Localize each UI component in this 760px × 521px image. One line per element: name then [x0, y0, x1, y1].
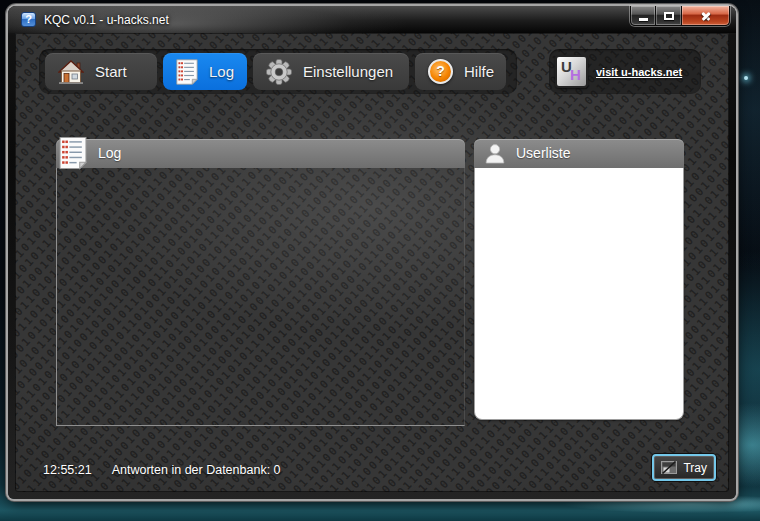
visit-link-label: visit u-hacks.net: [596, 66, 682, 78]
maximize-button[interactable]: [656, 6, 682, 26]
toolbar: Start Log: [39, 49, 517, 94]
question-mark-icon: [428, 59, 453, 84]
einstellungen-button-label: Einstellungen: [303, 63, 393, 80]
hilfe-button-label: Hilfe: [464, 63, 494, 80]
userlist-panel-title: Userliste: [516, 145, 570, 161]
log-panel-header: Log: [56, 139, 465, 168]
maximize-icon: [664, 12, 674, 20]
start-button-label: Start: [95, 63, 127, 80]
client-area: 1010110100101101011010010101101001011010…: [15, 33, 729, 492]
log-content-area: [56, 168, 465, 426]
gear-icon: [266, 59, 292, 85]
close-icon: [700, 10, 712, 22]
log-panel: Log: [56, 139, 465, 426]
log-panel-title: Log: [98, 145, 121, 161]
u-hacks-logo-icon: [555, 55, 588, 88]
einstellungen-button[interactable]: Einstellungen: [253, 53, 409, 90]
userlist-panel: Userliste: [474, 139, 684, 420]
log-tab-button[interactable]: Log: [163, 53, 247, 90]
statusbar: 12:55:21 Antworten in der Datenbank: 0: [43, 463, 281, 477]
titlebar[interactable]: KQC v0.1 - u-hacks.net: [8, 6, 736, 33]
hilfe-button[interactable]: Hilfe: [415, 53, 506, 90]
status-db-count: Antworten in der Datenbank: 0: [112, 463, 281, 477]
window-controls: [630, 6, 730, 26]
log-file-icon: [59, 136, 87, 170]
home-icon: [58, 60, 84, 84]
tray-button[interactable]: Tray: [652, 454, 716, 481]
tray-button-label: Tray: [683, 461, 707, 475]
userlist-panel-header: Userliste: [474, 139, 684, 168]
start-button[interactable]: Start: [45, 53, 157, 90]
status-time: 12:55:21: [43, 463, 92, 477]
log-file-icon: [176, 57, 198, 87]
close-button[interactable]: [682, 6, 730, 26]
window-title: KQC v0.1 - u-hacks.net: [44, 13, 169, 27]
minimize-icon: [639, 18, 648, 21]
app-window: KQC v0.1 - u-hacks.net 10101101001011010…: [8, 6, 736, 499]
userlist-listbox[interactable]: [474, 168, 684, 420]
visit-strip: visit u-hacks.net: [549, 49, 701, 94]
log-tab-label: Log: [209, 63, 234, 80]
visit-uhacks-link[interactable]: visit u-hacks.net: [555, 55, 682, 88]
tray-window-icon: [661, 461, 677, 474]
user-icon: [483, 142, 507, 166]
app-help-icon: [21, 12, 36, 27]
wallpaper-star: [744, 76, 748, 80]
minimize-button[interactable]: [630, 6, 656, 26]
